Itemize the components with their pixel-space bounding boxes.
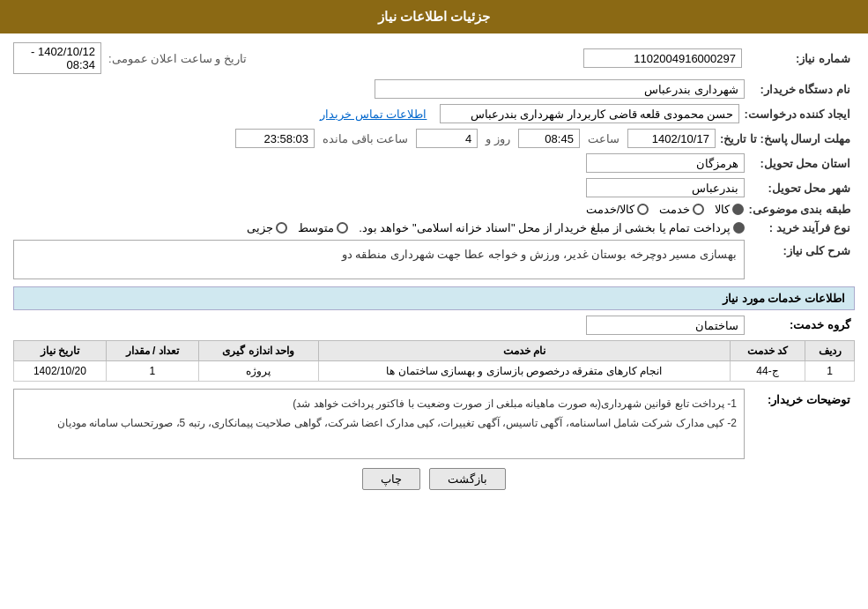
announce-datetime-value: 1402/10/12 - 08:34 xyxy=(13,42,101,74)
city-value: بندرعباس xyxy=(586,178,745,197)
process-type-row: نوع فرآیند خرید : جزیی متوسط پرداخت تمام… xyxy=(13,221,855,234)
process-option-pardakht: پرداخت تمام یا بخشی از مبلغ خریدار از مح… xyxy=(359,221,745,234)
services-table-section: ردیف کد خدمت نام خدمت واحد اندازه گیری ت… xyxy=(13,340,855,382)
services-section-header: اطلاعات خدمات مورد نیاز xyxy=(13,286,855,310)
deadline-row: مهلت ارسال پاسخ: تا تاریخ: 1402/10/17 سا… xyxy=(13,129,855,148)
province-row: استان محل تحویل: هرمزگان xyxy=(13,153,855,173)
deadline-date-value: 1402/10/17 xyxy=(627,129,716,148)
button-row: بازگشت چاپ xyxy=(13,468,855,490)
col-header-count: تعداد / مقدار xyxy=(106,341,198,361)
announce-datetime-label: تاریخ و ساعت اعلان عمومی: xyxy=(108,52,247,65)
deadline-day-label: روز و xyxy=(486,132,510,145)
notes-row: توضیحات خریدار: 1- پرداخت تابع قوانین شه… xyxy=(13,389,855,459)
cell-date: 1402/10/20 xyxy=(14,361,107,382)
process-option-motavaset: متوسط xyxy=(298,221,348,234)
radio-pardakht-indicator xyxy=(733,222,745,234)
table-row: 1 ج-44 انجام کارهای متفرقه درخصوص بازساز… xyxy=(14,361,855,382)
col-header-unit: واحد اندازه گیری xyxy=(198,341,318,361)
radio-jozi-indicator xyxy=(276,222,287,234)
process-radio-group: جزیی متوسط پرداخت تمام یا بخشی از مبلغ خ… xyxy=(247,221,745,234)
creator-row: ایجاد کننده درخواست: حسن محمودی قلعه قاض… xyxy=(13,104,855,123)
province-value: هرمزگان xyxy=(586,153,745,173)
category-option-khadamat: خدمت xyxy=(659,203,704,216)
table-header: ردیف کد خدمت نام خدمت واحد اندازه گیری ت… xyxy=(14,341,855,361)
buyer-org-row: نام دستگاه خریدار: شهرداری بندرعباس xyxy=(13,79,855,99)
deadline-remaining-label: ساعت باقی مانده xyxy=(323,132,408,145)
process-option-jozi: جزیی xyxy=(247,221,287,234)
col-header-code: کد خدمت xyxy=(730,341,805,361)
category-label: طبقه بندی موضوعی: xyxy=(748,203,855,216)
desc-row: شرح کلی نیاز: بهسازی مسیر دوچرخه بوستان … xyxy=(13,240,855,279)
cell-code: ج-44 xyxy=(730,361,805,382)
need-number-label: شماره نیاز: xyxy=(749,52,855,65)
col-header-row: ردیف xyxy=(805,341,855,361)
radio-motavaset-indicator xyxy=(337,222,348,234)
col-header-date: تاریخ نیاز xyxy=(14,341,107,361)
radio-kala-khadamat-indicator xyxy=(637,204,649,215)
table-body: 1 ج-44 انجام کارهای متفرقه درخصوص بازساز… xyxy=(14,361,855,382)
service-group-label: گروه خدمت: xyxy=(749,316,855,331)
city-row: شهر محل تحویل: بندرعباس xyxy=(13,178,855,197)
services-table: ردیف کد خدمت نام خدمت واحد اندازه گیری ت… xyxy=(13,340,855,382)
buyer-org-label: نام دستگاه خریدار: xyxy=(749,83,855,96)
page-wrapper: جزئیات اطلاعات نیاز شماره نیاز: 11020049… xyxy=(0,0,868,609)
content-area: شماره نیاز: 1102004916000297 تاریخ و ساع… xyxy=(0,33,868,508)
desc-value: بهسازی مسیر دوچرخه بوستان غدیر، ورزش و خ… xyxy=(13,240,745,279)
col-header-name: نام خدمت xyxy=(318,341,730,361)
creator-label: ایجاد کننده درخواست: xyxy=(744,108,855,121)
city-label: شهر محل تحویل: xyxy=(749,182,855,195)
radio-kala-indicator xyxy=(732,204,744,215)
process-type-label: نوع فرآیند خرید : xyxy=(749,221,855,234)
cell-unit: پروژه xyxy=(198,361,318,382)
back-button[interactable]: بازگشت xyxy=(429,468,506,490)
cell-name: انجام کارهای متفرقه درخصوص بازسازی و بهس… xyxy=(318,361,730,382)
category-option-kala-khadamat: کالا/خدمت xyxy=(586,203,649,216)
page-header: جزئیات اطلاعات نیاز xyxy=(0,0,868,33)
service-group-value: ساختمان xyxy=(586,316,745,335)
category-radio-group: کالا/خدمت خدمت کالا xyxy=(586,203,745,216)
service-group-row: گروه خدمت: ساختمان xyxy=(13,316,855,335)
deadline-time-value: 08:45 xyxy=(518,129,580,148)
contact-link[interactable]: اطلاعات تماس خریدار xyxy=(320,108,427,121)
creator-value: حسن محمودی قلعه قاضی کاربردار شهرداری بن… xyxy=(440,104,739,123)
province-label: استان محل تحویل: xyxy=(749,157,855,170)
need-number-row: شماره نیاز: 1102004916000297 تاریخ و ساع… xyxy=(13,42,855,74)
cell-row: 1 xyxy=(805,361,855,382)
cell-count: 1 xyxy=(106,361,198,382)
deadline-remaining-value: 23:58:03 xyxy=(235,129,315,148)
notes-value: 1- پرداخت تابع قوانین شهرداری(به صورت ما… xyxy=(13,389,745,459)
print-button[interactable]: چاپ xyxy=(362,468,420,490)
category-row: طبقه بندی موضوعی: کالا/خدمت خدمت کالا xyxy=(13,203,855,216)
notes-label: توضیحات خریدار: xyxy=(749,389,855,406)
page-title: جزئیات اطلاعات نیاز xyxy=(378,9,490,24)
need-number-value: 1102004916000297 xyxy=(583,48,742,68)
deadline-label: مهلت ارسال پاسخ: تا تاریخ: xyxy=(720,132,855,145)
radio-khadamat-indicator xyxy=(693,204,704,215)
buyer-org-value: شهرداری بندرعباس xyxy=(375,79,745,99)
deadline-days-value: 4 xyxy=(416,129,478,148)
desc-label: شرح کلی نیاز: xyxy=(749,240,855,257)
category-option-kala: کالا xyxy=(715,203,744,216)
deadline-time-label: ساعت xyxy=(588,132,619,145)
